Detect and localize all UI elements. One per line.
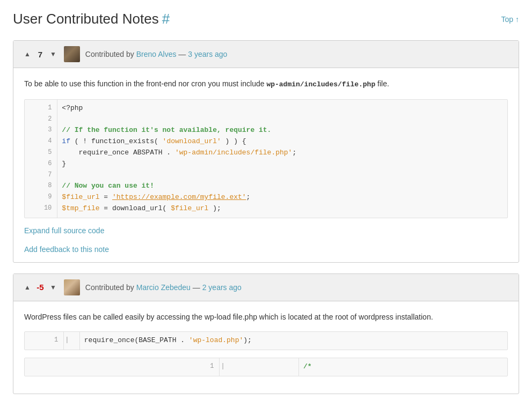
url-link-1[interactable]: 'https://example.com/myfile.ext' bbox=[112, 193, 246, 201]
contributor-link-2[interactable]: Marcio Zebedeu bbox=[136, 283, 191, 292]
vote-count-2: -5 bbox=[35, 283, 46, 292]
code-table-1: 1<?php 2 3// If the function it's not av… bbox=[25, 100, 507, 218]
page-title: User Contributed Notes# bbox=[13, 11, 170, 27]
note-footer-1: Add feedback to this note bbox=[13, 245, 519, 262]
note-card-2: ▲ -5 ▼ Contributed by Marcio Zebedeu — 2… bbox=[13, 273, 519, 394]
note-body-1: To be able to use this function in the f… bbox=[13, 68, 519, 245]
hash-link[interactable]: # bbox=[162, 11, 170, 27]
table-row: 1 | require_once(BASE_PATH . 'wp-load.ph… bbox=[25, 332, 507, 350]
top-link[interactable]: Top ↑ bbox=[501, 15, 519, 24]
code-block-3: 1 | /* bbox=[24, 358, 508, 376]
table-row: 3// If the function it's not available, … bbox=[25, 125, 507, 136]
page-header: User Contributed Notes# Top ↑ bbox=[13, 11, 519, 27]
contributed-text-1: Contributed by Breno Alves — 3 years ago bbox=[85, 50, 228, 58]
avatar-2 bbox=[64, 279, 80, 295]
table-row: 5 require_once ABSPATH . 'wp-admin/inclu… bbox=[25, 147, 507, 159]
vote-up-button-1[interactable]: ▲ bbox=[22, 49, 33, 59]
table-row: 1 | /* bbox=[25, 358, 507, 376]
vote-controls-1: ▲ 7 ▼ bbox=[22, 49, 59, 59]
contributed-text-2: Contributed by Marcio Zebedeu — 2 years … bbox=[85, 283, 242, 292]
note-body-2: WordPress files can be called easily by … bbox=[13, 301, 519, 394]
table-row: 4if ( ! function_exists( 'download_url' … bbox=[25, 136, 507, 147]
code-table-2: 1 | require_once(BASE_PATH . 'wp-load.ph… bbox=[25, 332, 507, 350]
code-table-3: 1 | /* bbox=[25, 358, 507, 376]
code-block-2: 1 | require_once(BASE_PATH . 'wp-load.ph… bbox=[24, 331, 508, 350]
table-row: 6} bbox=[25, 159, 507, 170]
note-header-2: ▲ -5 ▼ Contributed by Marcio Zebedeu — 2… bbox=[13, 274, 519, 301]
inline-code-1: wp-admin/includes/file.php bbox=[266, 80, 375, 88]
table-row: 7 bbox=[25, 170, 507, 181]
note-card-1: ▲ 7 ▼ Contributed by Breno Alves — 3 yea… bbox=[13, 40, 519, 263]
time-link-1[interactable]: 3 years ago bbox=[188, 50, 227, 58]
code-block-1: 1<?php 2 3// If the function it's not av… bbox=[24, 99, 508, 218]
avatar-1 bbox=[64, 46, 80, 62]
vote-up-button-2[interactable]: ▲ bbox=[22, 283, 33, 292]
note-header-1: ▲ 7 ▼ Contributed by Breno Alves — 3 yea… bbox=[13, 41, 519, 68]
time-link-2[interactable]: 2 years ago bbox=[202, 283, 242, 292]
vote-controls-2: ▲ -5 ▼ bbox=[22, 283, 59, 292]
table-row: 8// Now you can use it! bbox=[25, 181, 507, 192]
table-row: 10$tmp_file = download_url( $file_url ); bbox=[25, 203, 507, 218]
vote-count-1: 7 bbox=[35, 50, 46, 59]
table-row: 1<?php bbox=[25, 100, 507, 114]
expand-link-1[interactable]: Expand full source code bbox=[24, 226, 104, 235]
table-row: 9$file_url = 'https://example.com/myfile… bbox=[25, 192, 507, 203]
table-row: 2 bbox=[25, 114, 507, 125]
vote-down-button-1[interactable]: ▼ bbox=[48, 49, 59, 59]
contributor-link-1[interactable]: Breno Alves bbox=[136, 50, 177, 58]
note-text-2: WordPress files can be called easily by … bbox=[24, 311, 508, 323]
vote-down-button-2[interactable]: ▼ bbox=[48, 283, 59, 292]
add-feedback-link-1[interactable]: Add feedback to this note bbox=[24, 245, 109, 254]
note-text-1: To be able to use this function in the f… bbox=[24, 78, 508, 91]
